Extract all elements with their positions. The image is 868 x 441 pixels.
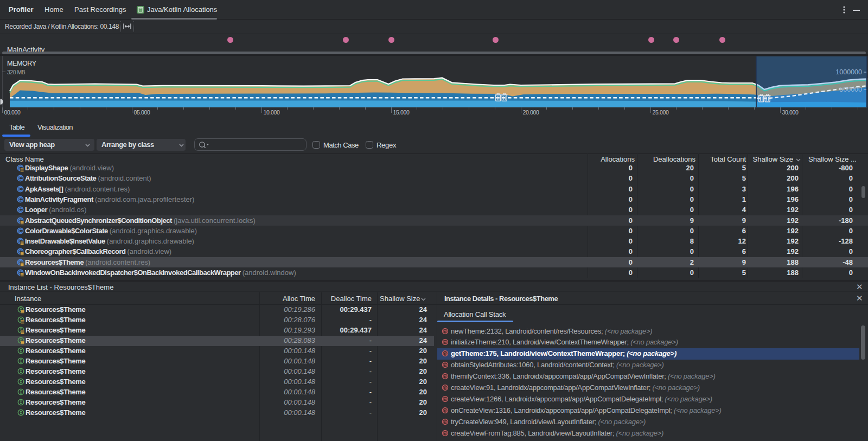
svg-text:500000: 500000 (839, 86, 862, 93)
svg-text:1000000: 1000000 (835, 68, 862, 76)
